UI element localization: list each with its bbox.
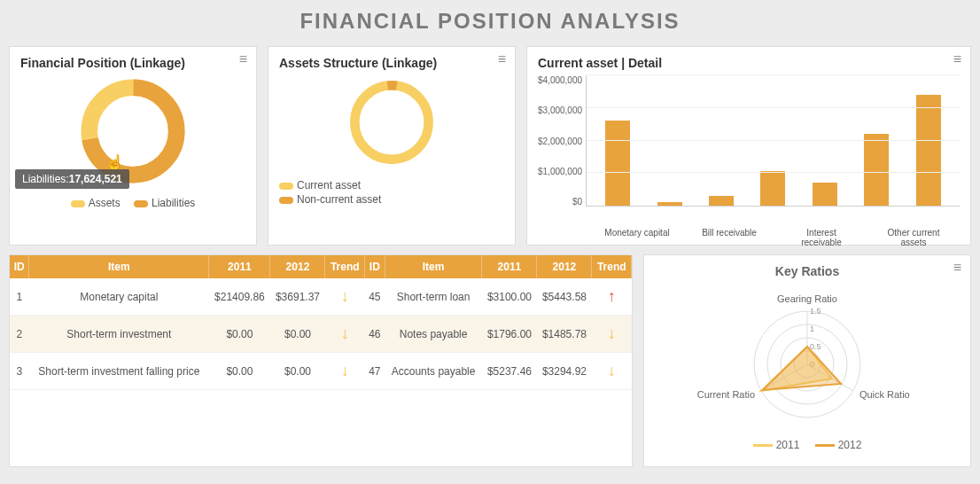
table-header: 2011	[482, 255, 537, 278]
table-header: 2011	[209, 255, 270, 278]
legend-liabilities[interactable]: Liabilities	[134, 197, 195, 209]
legend-2012[interactable]: 2012	[815, 439, 862, 451]
svg-text:1: 1	[810, 324, 814, 333]
trend-down-icon: ↓	[341, 362, 349, 379]
table-header: Trend	[325, 255, 364, 278]
data-table: IDItem20112012TrendIDItem20112012Trend 1…	[9, 254, 633, 467]
table-header: Item	[385, 255, 482, 278]
trend-down-icon: ↓	[608, 362, 616, 379]
bar[interactable]	[916, 95, 941, 206]
bar[interactable]	[864, 134, 889, 206]
bar-plot[interactable]	[586, 75, 960, 207]
page-title: FINANCIAL POSITION ANALYSIS	[0, 0, 980, 46]
svg-point-2	[354, 85, 428, 159]
table-header: Trend	[592, 255, 632, 278]
bar[interactable]	[709, 196, 734, 206]
radar-legend: 2011 2012	[653, 439, 961, 451]
trend-down-icon: ↓	[341, 287, 349, 305]
table-row[interactable]: 2Short-term investment$0.00$0.00↓46Notes…	[10, 316, 632, 353]
table-row[interactable]: 3Short-term investment falling price$0.0…	[10, 353, 632, 390]
trend-down-icon: ↓	[341, 324, 349, 342]
card-title: Key Ratios	[653, 264, 961, 278]
table-header: ID	[364, 255, 385, 278]
card-key-ratios: ≡ Key Ratios 00.511.5Gearing RatioQuick …	[643, 254, 971, 467]
card-menu-icon[interactable]: ≡	[239, 54, 247, 58]
legend-noncurrent-asset[interactable]: Non-current asset	[279, 193, 504, 206]
donut-chart[interactable]	[343, 74, 440, 171]
legend-current-asset[interactable]: Current asset	[279, 179, 504, 191]
legend-2011[interactable]: 2011	[753, 439, 800, 451]
card-menu-icon[interactable]: ≡	[953, 262, 961, 266]
radar-chart[interactable]: 00.511.5Gearing RatioQuick RatioCurrent …	[661, 280, 953, 431]
card-title: Financial Position (Linkage)	[20, 56, 212, 70]
svg-text:Current Ratio: Current Ratio	[697, 389, 755, 400]
donut-tooltip: Liabilities:17,624,521	[15, 169, 129, 189]
svg-text:Gearing Ratio: Gearing Ratio	[777, 293, 837, 304]
legend-assets[interactable]: Assets	[71, 197, 121, 209]
bar-y-axis: $4,000,000$3,000,000$2,000,000$1,000,000…	[538, 75, 586, 207]
bar[interactable]	[813, 183, 837, 206]
table-header: 2012	[270, 255, 325, 278]
card-current-asset-detail: Current asset | Detail ≡ $4,000,000$3,00…	[526, 46, 971, 246]
bar[interactable]	[605, 121, 630, 206]
svg-text:1.5: 1.5	[810, 307, 821, 316]
card-menu-icon[interactable]: ≡	[498, 54, 506, 58]
table-row[interactable]: 1Monetary capital$21409.86$3691.37↓45Sho…	[10, 278, 632, 316]
table-body: 1Monetary capital$21409.86$3691.37↓45Sho…	[10, 278, 632, 390]
card-title: Current asset | Detail	[538, 56, 897, 70]
svg-text:0.5: 0.5	[810, 342, 821, 351]
card-title: Assets Structure (Linkage)	[279, 56, 471, 70]
table-header: ID	[10, 255, 29, 278]
bar[interactable]	[760, 171, 785, 206]
table-header: Item	[29, 255, 209, 278]
card-assets-structure: Assets Structure (Linkage) ≡ Current ass…	[268, 46, 516, 246]
svg-text:Quick Ratio: Quick Ratio	[859, 389, 910, 400]
card-menu-icon[interactable]: ≡	[953, 54, 961, 58]
trend-down-icon: ↓	[608, 324, 616, 342]
card-financial-position: Financial Position (Linkage) ≡ ☝ Liabili…	[9, 46, 257, 246]
bar-x-axis: Monetary capitalBill receivableInterest …	[591, 228, 960, 247]
table-header-row: IDItem20112012TrendIDItem20112012Trend	[10, 255, 632, 278]
table-header: 2012	[537, 255, 592, 278]
trend-up-icon: ↑	[608, 287, 616, 305]
bar[interactable]	[657, 202, 682, 206]
svg-marker-16	[763, 347, 841, 390]
